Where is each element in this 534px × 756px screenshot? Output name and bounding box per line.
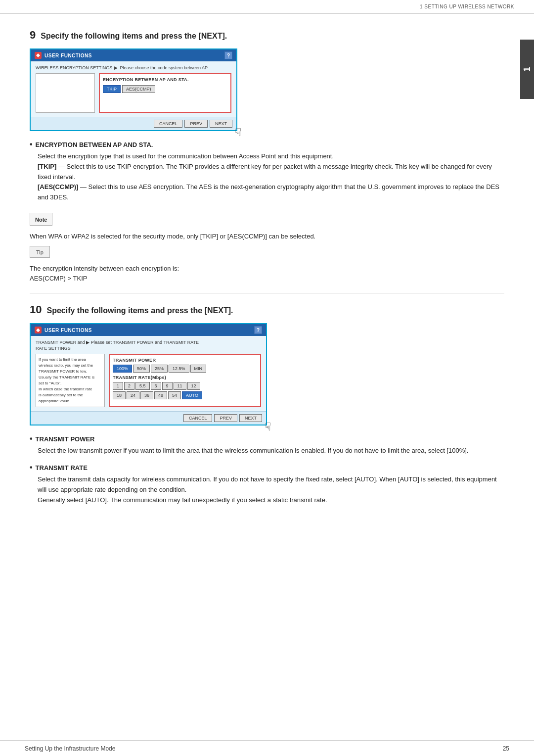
step10-bullet2-heading-text: TRANSMIT RATE: [36, 464, 88, 472]
step10-dialog-body: TRANSMIT POWER and ▶ Please set TRANSMIT…: [31, 336, 266, 411]
step10-power-btn-row: 100% 50% 25% 12.5% MIN: [113, 365, 257, 373]
step10-left-text4: Usually the TRANSMIT RATE is: [39, 375, 102, 380]
step9-dialog: USER FUNCTIONS ? WIRELESS ENCRYPTION SET…: [30, 48, 237, 131]
step9-tip-box: Tip: [30, 246, 50, 258]
step10-title: Specify the following items and press th…: [46, 306, 233, 315]
step10-power-25-button[interactable]: 25%: [151, 365, 168, 373]
step10-dialog-title-text: USER FUNCTIONS: [44, 328, 92, 333]
step10-rate-48-button[interactable]: 48: [154, 391, 167, 399]
step10-left-text6: In which case the transmit rate: [39, 386, 102, 392]
step9-aes-button[interactable]: AES(CCMP): [122, 85, 155, 93]
step9-number: 9: [30, 29, 36, 42]
step10-dialog-left-panel: If you want to limit the area wireless r…: [36, 354, 105, 407]
step9-dialog-titlebar: USER FUNCTIONS ?: [31, 49, 236, 61]
top-bar: 1 SETTING UP WIRELESS NETWORK: [0, 0, 534, 14]
step10-row-label2-text: RATE SETTINGS: [36, 346, 71, 351]
step9-note-text: When WPA or WPA2 is selected for the sec…: [30, 232, 504, 241]
tip-label: Tip: [36, 249, 44, 255]
step9-row-label-text: WIRELESS ENCRYPTION SETTINGS: [36, 65, 112, 70]
step10-dialog-row-label2: RATE SETTINGS: [36, 346, 261, 351]
step9-bullet1-text3: [AES(CCMP)] — Select this to use AES enc…: [38, 182, 504, 203]
step9-dialog-title-text: USER FUNCTIONS: [44, 53, 92, 58]
step10-rate-18-button[interactable]: 18: [113, 391, 126, 399]
step10-power-50-button[interactable]: 50%: [133, 365, 150, 373]
step10-power-100-button[interactable]: 100%: [113, 365, 132, 373]
step10-power-min-button[interactable]: MIN: [190, 365, 207, 373]
step9-next-button[interactable]: NEXT: [210, 120, 232, 128]
step10-dialog-icon-inner: [36, 328, 40, 332]
step10-hand-cursor: ☟: [265, 421, 271, 433]
step10-row-label-text: TRANSMIT POWER and ▶ Please set TRANSMIT…: [36, 340, 199, 345]
step9-cancel-button[interactable]: CANCEL: [154, 120, 183, 128]
step10-rate-11-button[interactable]: 11: [174, 382, 186, 390]
step9-prev-button[interactable]: PREV: [184, 120, 208, 128]
step9-dialog-icon: [35, 52, 42, 59]
step10-rate-2-button[interactable]: 2: [124, 382, 134, 390]
step10-next-button[interactable]: NEXT: [239, 414, 262, 422]
step10-rate-24-button[interactable]: 24: [127, 391, 139, 399]
step10-dialog-title-left: USER FUNCTIONS: [35, 327, 92, 333]
step10-rate-54-button[interactable]: 54: [168, 391, 181, 399]
step10-number: 10: [30, 303, 42, 316]
step10-dialog-help-button[interactable]: ?: [254, 326, 262, 334]
right-tab-number: 1: [522, 67, 533, 72]
step10-bullet1-section: • TRANSMIT POWER Select the low transmit…: [30, 434, 504, 456]
step10-bullet2-dot: •: [30, 463, 33, 472]
step10-transmit-rate-title: TRANSMIT RATE(Mbps): [113, 375, 257, 380]
step10-prev-button[interactable]: PREV: [214, 414, 237, 422]
step9-dialog-content-area: ENCRYPTION BETWEEN AP AND STA. TKIP AES(…: [36, 73, 231, 113]
step10-bullet1-heading: • TRANSMIT POWER: [30, 434, 504, 443]
step9-dialog-row-label: WIRELESS ENCRYPTION SETTINGS ▶ Please ch…: [36, 65, 231, 70]
step10-rate-auto-button[interactable]: AUTO: [182, 391, 202, 399]
step10-dialog: USER FUNCTIONS ? TRANSMIT POWER and ▶ Pl…: [30, 323, 267, 425]
step9-tkip-desc: — Select this to use TKIP encryption. Th…: [38, 163, 492, 181]
step10-bullet2-text1: Select the transmit data capacity for wi…: [38, 474, 504, 495]
step10-bullet2-heading: • TRANSMIT RATE: [30, 463, 504, 472]
step9-dialog-right-panel: ENCRYPTION BETWEEN AP AND STA. TKIP AES(…: [99, 73, 231, 113]
step9-tkip-button[interactable]: TKIP: [103, 85, 121, 93]
note-label: Note: [35, 217, 47, 223]
step9-tip-text: The encryption intensity between each en…: [30, 264, 504, 283]
step9-aes-desc: — Select this to use AES encryption. The…: [38, 183, 499, 201]
step10-bullet2-text2: Generally select [AUTO]. The communicati…: [38, 495, 504, 506]
step10-rate-55-button[interactable]: 5.5: [135, 382, 150, 390]
step10-bullet1-heading-text: TRANSMIT POWER: [36, 435, 95, 443]
step9-row-desc: Please choose the code system between AP: [120, 65, 208, 70]
step10-rate-36-button[interactable]: 36: [140, 391, 153, 399]
step10-rate-6-button[interactable]: 6: [151, 382, 161, 390]
step9-bullet1-text2: [TKIP] — Select this to use TKIP encrypt…: [38, 162, 504, 183]
step10-power-125-button[interactable]: 12.5%: [169, 365, 189, 373]
step9-tip-line2: AES(CCMP) > TKIP: [30, 274, 504, 284]
step9-bullet1-section: • ENCRYPTION BETWEEN AP AND STA. Select …: [30, 140, 504, 203]
step9-dialog-icon-inner: [36, 53, 40, 57]
step9-bullet1-heading: • ENCRYPTION BETWEEN AP AND STA.: [30, 140, 504, 149]
step9-title: Specify the following items and press th…: [41, 32, 227, 41]
step10-dialog-titlebar: USER FUNCTIONS ?: [31, 324, 266, 336]
step10-bullet1-text: Select the low transmit power if you wan…: [38, 446, 504, 456]
step10-left-text7: is automatically set to the: [39, 392, 102, 398]
step10-dialog-content-area: If you want to limit the area wireless r…: [36, 354, 261, 407]
step9-encryption-btn-row: TKIP AES(CCMP): [103, 85, 227, 93]
step10-heading: 10 Specify the following items and press…: [30, 303, 504, 316]
bottom-right-text: 25: [503, 745, 509, 752]
step10-left-text1: If you want to limit the area: [39, 357, 102, 363]
step9-dialog-body: WIRELESS ENCRYPTION SETTINGS ▶ Please ch…: [31, 61, 236, 117]
step9-hand-cursor: ☟: [235, 126, 241, 139]
step9-dialog-footer: CANCEL PREV NEXT ☟: [31, 117, 236, 130]
section-divider: [30, 293, 504, 293]
step10-rate-9-button[interactable]: 9: [162, 382, 173, 390]
step9-tip-line1: The encryption intensity between each en…: [30, 264, 504, 274]
step10-dialog-row-label: TRANSMIT POWER and ▶ Please set TRANSMIT…: [36, 340, 261, 345]
step9-heading: 9 Specify the following items and press …: [30, 29, 504, 42]
step10-dialog-footer: CANCEL PREV NEXT ☟: [31, 411, 266, 425]
step10-rate-btn-row1: 1 2 5.5 6 9 11 12: [113, 382, 257, 390]
step10-dialog-right-panel: TRANSMIT POWER 100% 50% 25% 12.5% MIN TR…: [109, 354, 261, 407]
step9-dialog-help-button[interactable]: ?: [224, 51, 232, 59]
step10-left-text8: appropriate value.: [39, 398, 102, 404]
step9-bullet1-text1: Select the encryption type that is used …: [38, 151, 504, 162]
step10-rate-btn-row2: 18 24 36 48 54 AUTO: [113, 391, 257, 399]
step10-cancel-button[interactable]: CANCEL: [183, 414, 213, 422]
step9-dialog-left-panel: [36, 73, 95, 113]
step10-rate-12-button[interactable]: 12: [187, 382, 200, 390]
step10-rate-1-button[interactable]: 1: [113, 382, 123, 390]
